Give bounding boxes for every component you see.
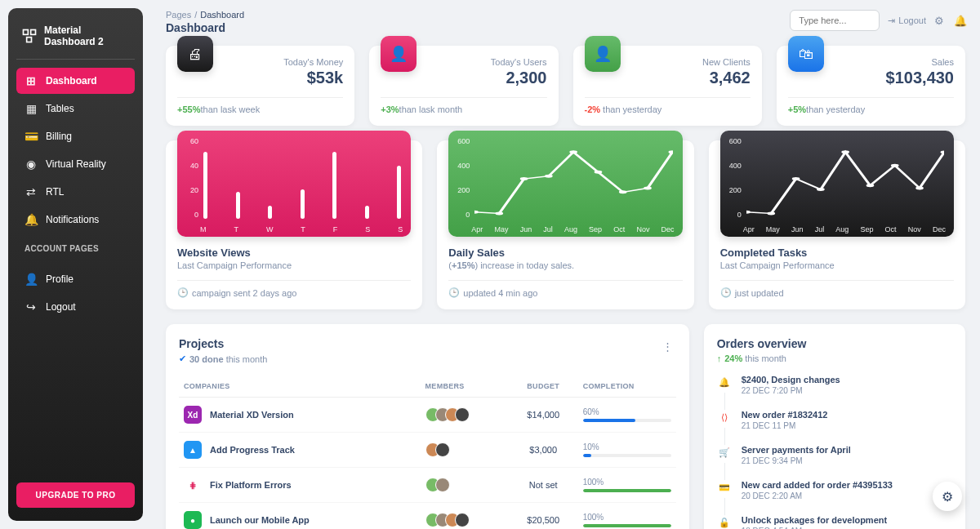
sidebar-icon: ⊞ — [24, 74, 38, 87]
budget-cell: Not set — [509, 468, 578, 503]
arrow-up-icon: ↑ — [717, 353, 722, 363]
divider — [177, 97, 343, 98]
sidebar-item-tables[interactable]: ▦Tables — [16, 96, 135, 122]
company-cell: XdMaterial XD Version — [184, 406, 416, 424]
clock-icon: 🕒 — [177, 287, 189, 298]
bar-chart — [203, 139, 401, 219]
bell-icon[interactable]: 🔔 — [954, 15, 965, 26]
breadcrumb-root[interactable]: Pages — [166, 10, 191, 20]
sidebar-item-rtl[interactable]: ⇄RTL — [16, 179, 135, 205]
brand-title: Material Dashboard 2 — [44, 24, 130, 47]
table-row[interactable]: ▲Add Progress Track $3,000 10% — [179, 433, 676, 468]
search-input[interactable] — [790, 10, 880, 31]
sidebar-icon: ◉ — [24, 158, 38, 171]
stat-footer: +55%than lask week — [177, 104, 343, 114]
completion-label: 10% — [583, 442, 671, 451]
avatar — [455, 513, 470, 527]
table-row[interactable]: XdMaterial XD Version $14,000 60% — [179, 398, 676, 433]
svg-point-18 — [891, 164, 899, 167]
topbar: Pages / Dashboard Dashboard ⇥ Logout ⚙ 🔔 — [166, 10, 965, 34]
stat-label: New Clients — [702, 57, 751, 67]
stat-icon: 👤 — [585, 36, 621, 72]
sidebar-item-label: Notifications — [46, 214, 99, 225]
svg-point-9 — [619, 190, 627, 193]
timeline-item: ⟨⟩ New order #1832412 21 DEC 11 PM — [717, 410, 952, 445]
sidebar-icon: ↪ — [24, 300, 38, 313]
clock-icon: 🕒 — [448, 287, 460, 298]
company-name: Fix Platform Errors — [210, 480, 292, 490]
breadcrumb-sep: / — [194, 10, 197, 20]
chart-subtitle: Last Campaign Performance — [177, 260, 411, 270]
sidebar-item-billing[interactable]: 💳Billing — [16, 123, 135, 149]
bar — [365, 206, 369, 219]
sidebar-item-notifications[interactable]: 🔔Notifications — [16, 207, 135, 233]
stat-value: 2,300 — [491, 69, 547, 87]
timeline-time: 20 DEC 2:20 AM — [742, 491, 893, 500]
brand-icon — [21, 28, 38, 44]
chart-y-axis: 6040200 — [180, 137, 198, 219]
table-header: MEMBERS — [421, 376, 509, 398]
orders-title: Orders overview — [717, 337, 952, 350]
table-row[interactable]: ⋕Fix Platform Errors Not set 100% — [179, 468, 676, 503]
logout-link[interactable]: ⇥ Logout — [888, 16, 926, 26]
company-name: Add Progress Track — [210, 445, 295, 455]
stat-value: $53k — [283, 69, 343, 87]
svg-point-11 — [669, 150, 673, 153]
stat-icon: 👤 — [381, 36, 416, 72]
progress-bar — [583, 454, 671, 457]
members-cell — [425, 407, 504, 422]
timeline-title: $2400, Design changes — [742, 375, 840, 385]
stat-footer: +3%than lask month — [381, 104, 546, 114]
sidebar-icon: 🔔 — [24, 213, 38, 226]
svg-point-7 — [570, 150, 578, 153]
stat-card: 🛍 Sales $103,430 +5%than yesterday — [777, 46, 965, 126]
bar — [397, 166, 401, 219]
divider — [788, 97, 954, 98]
stat-label: Sales — [886, 57, 954, 67]
svg-point-3 — [474, 211, 479, 214]
sidebar-item-label: Virtual Reality — [46, 158, 106, 170]
sidebar-section-account: ACCOUNT PAGES — [16, 234, 135, 258]
avatar — [455, 407, 470, 422]
company-cell: ⋕Fix Platform Errors — [184, 476, 416, 494]
upgrade-button[interactable]: UPGRADE TO PRO — [16, 482, 135, 508]
sidebar-item-dashboard[interactable]: ⊞Dashboard — [16, 68, 135, 94]
projects-table: COMPANIESMEMBERSBUDGETCOMPLETION XdMater… — [179, 376, 676, 529]
sidebar-item-profile[interactable]: 👤Profile — [16, 266, 135, 292]
completion-label: 100% — [583, 513, 671, 522]
brand: Material Dashboard 2 — [16, 21, 135, 60]
timeline-item: 🔔 $2400, Design changes 22 DEC 7:20 PM — [717, 375, 952, 410]
projects-subtitle: ✔ 30 done this month — [179, 353, 267, 364]
table-row[interactable]: ●Launch our Mobile App $20,500 100% — [179, 503, 676, 530]
logout-icon: ⇥ — [888, 16, 895, 26]
top-actions: ⇥ Logout ⚙ 🔔 — [790, 10, 965, 31]
settings-fab[interactable]: ⚙ — [933, 482, 962, 511]
company-logo-icon: ▲ — [184, 441, 202, 459]
sidebar-item-label: Tables — [46, 103, 74, 114]
sidebar-item-virtual-reality[interactable]: ◉Virtual Reality — [16, 151, 135, 177]
members-cell — [425, 513, 504, 527]
bar — [236, 192, 240, 219]
sidebar-item-logout[interactable]: ↪Logout — [16, 294, 135, 320]
svg-rect-2 — [27, 38, 32, 42]
svg-rect-0 — [24, 30, 29, 35]
svg-point-6 — [545, 175, 553, 178]
svg-point-14 — [791, 177, 800, 180]
sidebar-icon: 💳 — [24, 130, 38, 143]
svg-point-19 — [915, 186, 924, 189]
completion-label: 100% — [583, 478, 671, 487]
timeline-time: 21 DEC 9:34 PM — [742, 456, 851, 465]
divider — [177, 280, 411, 281]
sidebar-item-label: Billing — [46, 131, 72, 142]
gear-icon[interactable]: ⚙ — [934, 15, 946, 26]
chart-subtitle: (+15%) increase in today sales. — [448, 260, 682, 270]
stat-icon: 🖨 — [177, 36, 213, 72]
projects-menu-button[interactable]: ⋮ — [659, 337, 676, 356]
chart-card: 6004002000 AprMayJunJulAugSepOctNovDec D… — [437, 140, 693, 309]
timeline-time: 22 DEC 7:20 PM — [742, 386, 840, 395]
company-logo-icon: ● — [184, 511, 202, 529]
bar — [268, 206, 272, 219]
orders-panel: Orders overview ↑ 24% this month 🔔 $2400… — [704, 324, 965, 529]
sidebar-item-label: Logout — [46, 301, 76, 313]
progress-bar — [583, 524, 671, 527]
